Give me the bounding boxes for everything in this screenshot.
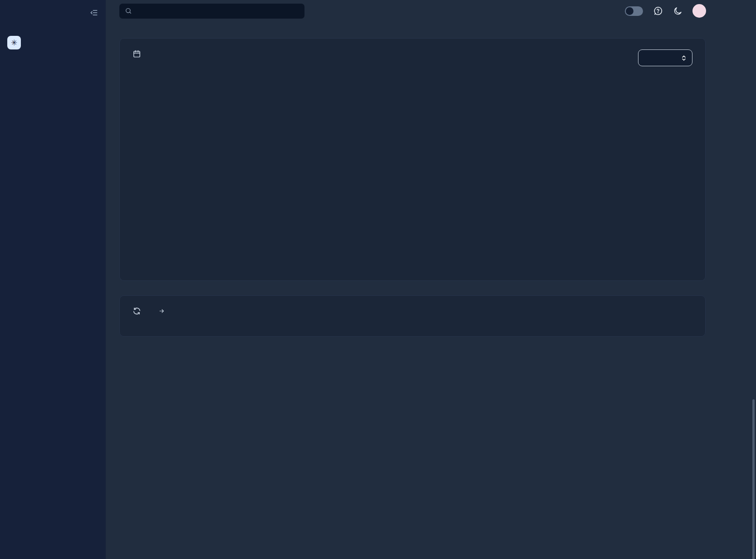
help-icon[interactable] (653, 6, 663, 16)
overview-panel (119, 38, 706, 281)
page-scrollbar[interactable] (752, 399, 755, 559)
main-area (106, 0, 756, 559)
sidebar-collapse-icon[interactable] (89, 8, 98, 19)
sidebar-header (7, 6, 98, 19)
range-select[interactable] (638, 49, 692, 66)
topbar (106, 0, 756, 22)
goto-transactions-link[interactable] (157, 308, 165, 314)
refresh-icon (133, 307, 141, 315)
dark-mode-moon-icon[interactable] (673, 6, 682, 16)
toggle-knob (626, 7, 633, 15)
org-avatar-icon: ✳ (7, 36, 21, 49)
content (106, 22, 756, 337)
select-chevrons-icon (681, 55, 687, 61)
chart-y-axis (133, 108, 156, 264)
epay-logo (7, 6, 10, 9)
calendar-icon (133, 49, 141, 58)
chart-plot (156, 108, 692, 264)
search-input[interactable] (119, 4, 304, 19)
recent-transactions-panel (119, 295, 706, 337)
sidebar: ✳ (0, 0, 106, 559)
test-mode-toggle[interactable] (625, 6, 643, 16)
search-icon (125, 7, 132, 15)
org-switcher[interactable]: ✳ (7, 36, 98, 49)
arrow-right-icon (159, 308, 165, 314)
chart-x-axis (156, 264, 692, 270)
user-avatar[interactable] (692, 4, 706, 18)
revenue-chart (133, 108, 692, 270)
